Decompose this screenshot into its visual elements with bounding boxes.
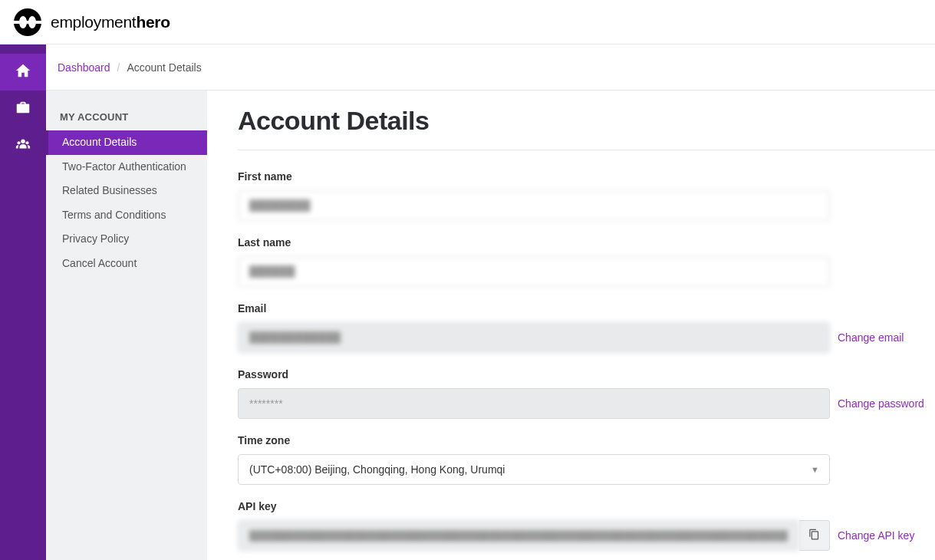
- api-key-input: [238, 520, 799, 551]
- timezone-label: Time zone: [238, 434, 935, 446]
- sidebar-item-related-businesses[interactable]: Related Businesses: [46, 179, 207, 203]
- nav-home[interactable]: [0, 54, 46, 91]
- sidebar-item-label: Related Businesses: [62, 184, 157, 196]
- breadcrumb-dashboard-link[interactable]: Dashboard: [58, 61, 110, 74]
- sidebar-item-two-factor[interactable]: Two-Factor Authentication: [46, 155, 207, 180]
- email-label: Email: [238, 302, 935, 315]
- side-menu: MY ACCOUNT Account Details Two-Factor Au…: [46, 91, 207, 560]
- timezone-select[interactable]: [238, 454, 830, 485]
- sidebar-item-terms[interactable]: Terms and Conditions: [46, 203, 207, 228]
- sidebar-item-label: Terms and Conditions: [62, 209, 166, 221]
- sidebar-item-label: Two-Factor Authentication: [62, 160, 186, 173]
- password-input: [238, 388, 830, 419]
- first-name-input[interactable]: [238, 190, 830, 221]
- logo-text: employmenthero: [51, 13, 170, 31]
- divider: [238, 150, 935, 150]
- svg-rect-3: [14, 21, 41, 24]
- svg-point-4: [21, 140, 25, 144]
- email-input: [238, 322, 830, 353]
- page-title: Account Details: [238, 106, 935, 136]
- api-key-label: API key: [238, 500, 935, 512]
- sidebar-item-privacy[interactable]: Privacy Policy: [46, 227, 207, 252]
- change-password-link[interactable]: Change password: [838, 397, 924, 410]
- svg-point-5: [17, 141, 20, 144]
- briefcase-icon: [15, 99, 31, 119]
- breadcrumb: Dashboard / Account Details: [46, 44, 935, 91]
- people-icon: [15, 136, 31, 156]
- change-api-key-link[interactable]: Change API key: [838, 529, 914, 542]
- nav-business[interactable]: [0, 91, 46, 127]
- copy-api-key-button[interactable]: [799, 520, 830, 551]
- side-menu-title: MY ACCOUNT: [46, 106, 207, 130]
- copy-icon: [808, 529, 820, 543]
- home-icon: [15, 62, 31, 82]
- last-name-input[interactable]: [238, 256, 830, 287]
- sidebar-item-cancel-account[interactable]: Cancel Account: [46, 252, 207, 276]
- sidebar-item-label: Cancel Account: [62, 257, 137, 269]
- breadcrumb-current: Account Details: [127, 61, 201, 74]
- app-header: employmenthero: [0, 0, 935, 44]
- breadcrumb-separator: /: [117, 61, 120, 74]
- sidebar-item-label: Account Details: [62, 136, 137, 148]
- brand-logo[interactable]: employmenthero: [14, 8, 170, 36]
- nav-rail: [0, 44, 46, 560]
- change-email-link[interactable]: Change email: [838, 331, 904, 344]
- main-content: Account Details First name Last name Ema…: [207, 91, 935, 560]
- logo-mark-icon: [14, 8, 41, 36]
- nav-people[interactable]: [0, 127, 46, 164]
- sidebar-item-account-details[interactable]: Account Details: [46, 130, 207, 155]
- svg-point-6: [25, 141, 28, 144]
- first-name-label: First name: [238, 170, 935, 183]
- last-name-label: Last name: [238, 236, 935, 249]
- password-label: Password: [238, 368, 935, 380]
- sidebar-item-label: Privacy Policy: [62, 232, 129, 245]
